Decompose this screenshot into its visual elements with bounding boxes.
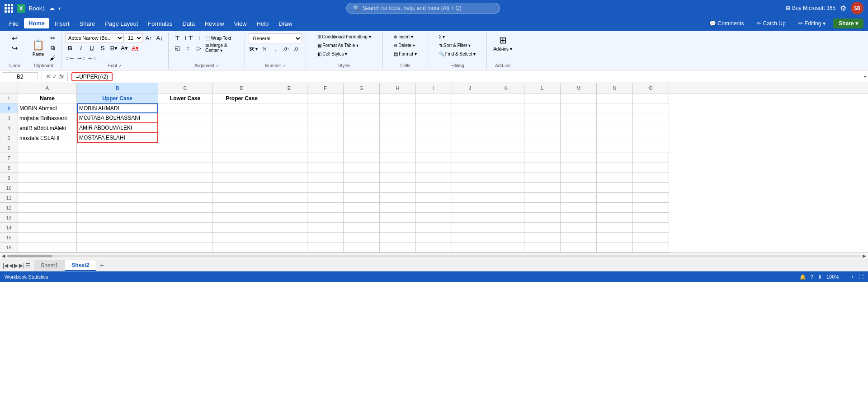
- cell-b3[interactable]: MOJTABA BOLHASSANI: [77, 113, 158, 123]
- fill-color-button[interactable]: A▾: [119, 43, 129, 52]
- row-header-1[interactable]: 1: [0, 93, 18, 103]
- col-header-g[interactable]: G: [344, 83, 380, 93]
- cell-i4[interactable]: [416, 123, 452, 133]
- align-left-button[interactable]: ≡←: [65, 53, 75, 62]
- col-header-a[interactable]: A: [18, 83, 77, 93]
- cell-c2[interactable]: [158, 103, 212, 113]
- cancel-icon[interactable]: ✕: [46, 73, 51, 80]
- increase-font-button[interactable]: A↑: [144, 33, 154, 42]
- cell-j4[interactable]: [452, 123, 488, 133]
- editing-button[interactable]: ✏ Editing ▾: [793, 18, 831, 29]
- workbook-stats-label[interactable]: Workbook Statistics: [5, 274, 48, 280]
- cell-j2[interactable]: [452, 103, 488, 113]
- search-box[interactable]: 🔍: [346, 3, 500, 14]
- menu-page-layout[interactable]: Page Layout: [100, 19, 142, 29]
- cell-g1[interactable]: [344, 93, 380, 103]
- row-header-5[interactable]: 5: [0, 133, 18, 143]
- menu-insert[interactable]: Insert: [50, 19, 74, 29]
- cell-n3[interactable]: [597, 113, 633, 123]
- cell-k3[interactable]: [488, 113, 524, 123]
- decrease-font-button[interactable]: A↓: [155, 33, 165, 42]
- find-select-button[interactable]: 🔍 Find & Select ▾: [437, 51, 477, 57]
- row-header-12[interactable]: 12: [0, 203, 18, 213]
- merge-center-button[interactable]: ⊠ Merge & Center ▾: [205, 43, 241, 52]
- cell-d1[interactable]: Proper Case: [212, 93, 271, 103]
- format-button[interactable]: ▤ Format ▾: [392, 51, 418, 57]
- cell-a4[interactable]: amIR aBdoLmAleki: [18, 123, 77, 133]
- cell-d4[interactable]: [212, 123, 271, 133]
- sheet-nav-prev-icon[interactable]: ◀: [9, 262, 13, 269]
- cell-d3[interactable]: [212, 113, 271, 123]
- question-mark-icon[interactable]: ?: [811, 274, 813, 280]
- col-header-e[interactable]: E: [271, 83, 307, 93]
- format-painter-button[interactable]: 🖌: [47, 53, 57, 62]
- cell-a6[interactable]: [18, 143, 77, 153]
- cell-l5[interactable]: [524, 133, 561, 143]
- decrease-indent-button[interactable]: ←≡: [87, 53, 97, 62]
- scrollbar-track[interactable]: [7, 255, 861, 257]
- align-middle-button[interactable]: ⊥⊤: [183, 33, 193, 42]
- cell-e4[interactable]: [271, 123, 307, 133]
- cell-d6[interactable]: [212, 143, 271, 153]
- row-header-13[interactable]: 13: [0, 213, 18, 223]
- fullscreen-icon[interactable]: ⛶: [859, 274, 863, 280]
- menu-data[interactable]: Data: [178, 19, 199, 29]
- row-header-2[interactable]: 2: [0, 103, 18, 113]
- cell-e1[interactable]: [271, 93, 307, 103]
- menu-file[interactable]: File: [5, 19, 23, 29]
- conditional-formatting-button[interactable]: ⊞ Conditional Formatting ▾: [316, 33, 373, 40]
- col-header-n[interactable]: N: [597, 83, 633, 93]
- cell-l4[interactable]: [524, 123, 561, 133]
- col-header-i[interactable]: I: [416, 83, 452, 93]
- cell-k1[interactable]: [488, 93, 524, 103]
- user-avatar[interactable]: SB: [851, 2, 863, 14]
- cell-j3[interactable]: [452, 113, 488, 123]
- align-top-button[interactable]: ⊤: [172, 33, 182, 42]
- cell-i2[interactable]: [416, 103, 452, 113]
- confirm-icon[interactable]: ✓: [52, 73, 57, 80]
- col-header-o[interactable]: O: [633, 83, 669, 93]
- comments-button[interactable]: 💬 Comments: [704, 18, 749, 29]
- cell-m3[interactable]: [561, 113, 597, 123]
- align-center-button[interactable]: ≡: [183, 43, 193, 52]
- cell-c6[interactable]: [158, 143, 212, 153]
- strikethrough-button[interactable]: S: [98, 43, 108, 52]
- cell-e5[interactable]: [271, 133, 307, 143]
- copy-button[interactable]: ⧉: [47, 43, 57, 52]
- settings-icon[interactable]: ⚙: [840, 4, 846, 13]
- cell-m5[interactable]: [561, 133, 597, 143]
- cell-k2[interactable]: [488, 103, 524, 113]
- col-header-k[interactable]: K: [488, 83, 524, 93]
- cell-b6[interactable]: [77, 143, 158, 153]
- zoom-level[interactable]: 100%: [826, 274, 839, 280]
- row-header-16[interactable]: 16: [0, 242, 18, 252]
- cell-l3[interactable]: [524, 113, 561, 123]
- cell-f4[interactable]: [307, 123, 344, 133]
- font-name-select[interactable]: Aptos Narrow (Bo...: [65, 33, 124, 42]
- row-header-11[interactable]: 11: [0, 193, 18, 203]
- sheet-tab-sheet2[interactable]: Sheet2: [65, 260, 96, 271]
- cell-c3[interactable]: [158, 113, 212, 123]
- paste-button[interactable]: 📋 Paste: [30, 38, 47, 58]
- scroll-right-icon[interactable]: ▶: [863, 253, 866, 258]
- col-header-m[interactable]: M: [561, 83, 597, 93]
- increase-indent-button[interactable]: →≡: [76, 53, 86, 62]
- cell-m1[interactable]: [561, 93, 597, 103]
- zoom-out-icon[interactable]: −: [844, 274, 846, 280]
- borders-button[interactable]: ⊞▾: [108, 43, 118, 52]
- cell-b1[interactable]: Upper Case: [77, 93, 158, 103]
- cell-i1[interactable]: [416, 93, 452, 103]
- cell-i3[interactable]: [416, 113, 452, 123]
- cell-j1[interactable]: [452, 93, 488, 103]
- cell-m2[interactable]: [561, 103, 597, 113]
- menu-share[interactable]: Share: [75, 19, 100, 29]
- cell-b5[interactable]: MOSTAFA ESLAHI: [77, 133, 158, 143]
- cell-a2[interactable]: MOBIN Ahmadi: [18, 103, 77, 113]
- col-header-l[interactable]: L: [524, 83, 561, 93]
- cell-g4[interactable]: [344, 123, 380, 133]
- menu-draw[interactable]: Draw: [274, 19, 297, 29]
- bold-button[interactable]: B: [65, 43, 75, 52]
- scrollbar-thumb[interactable]: [7, 255, 52, 257]
- cell-o2[interactable]: [633, 103, 669, 113]
- cell-m4[interactable]: [561, 123, 597, 133]
